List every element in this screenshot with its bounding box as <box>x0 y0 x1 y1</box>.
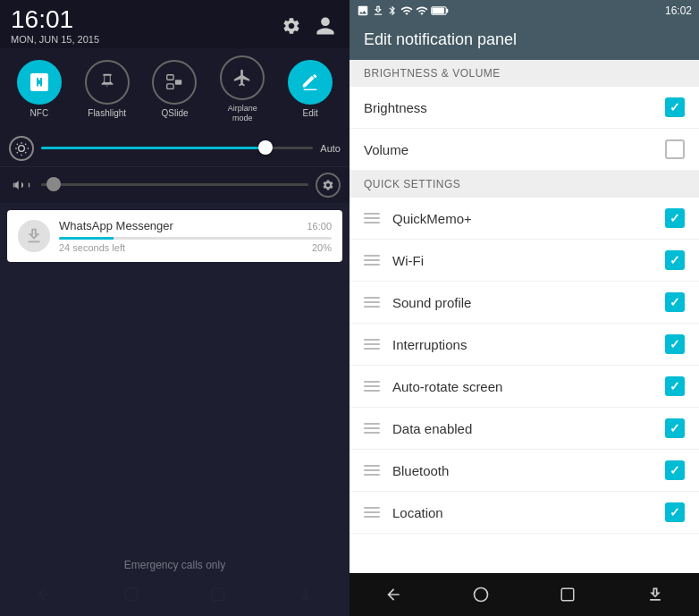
drag-handle-interruptions <box>364 339 380 350</box>
panel-header: Edit notification panel <box>350 21 699 60</box>
edit-label: Edit <box>302 108 317 119</box>
nfc-label: NFC <box>30 108 49 119</box>
location-label: Location <box>392 505 665 520</box>
settings-item-bluetooth[interactable]: Bluetooth ✓ <box>350 450 699 492</box>
svg-rect-5 <box>29 182 29 187</box>
whatsapp-icon <box>18 220 50 252</box>
svg-rect-0 <box>167 75 173 80</box>
sun-icon <box>14 141 29 156</box>
checkmark-icon: ✓ <box>670 379 680 393</box>
drag-handle-auto-rotate <box>364 381 380 392</box>
notif-subtitle-text: 24 seconds left <box>59 242 125 253</box>
volume-thumb[interactable] <box>46 177 61 191</box>
settings-item-auto-rotate[interactable]: Auto-rotate screen ✓ <box>350 366 699 408</box>
svg-rect-9 <box>446 9 448 13</box>
brightness-thumb[interactable] <box>258 140 273 155</box>
volume-settings-button[interactable] <box>316 173 341 198</box>
left-panel: 16:01 MON, JUN 15, 2015 <box>0 0 350 616</box>
settings-item-location[interactable]: Location ✓ <box>350 492 699 534</box>
settings-item-wifi[interactable]: Wi-Fi ✓ <box>350 240 699 282</box>
volume-row <box>0 166 350 203</box>
volume-label: Volume <box>364 142 665 157</box>
qslide-icon <box>164 72 184 92</box>
edit-icon <box>300 72 320 92</box>
svg-rect-10 <box>432 7 444 13</box>
notif-progress-bar <box>59 237 332 240</box>
home-icon-right <box>472 586 490 603</box>
brightness-slider[interactable] <box>41 147 313 149</box>
auto-rotate-label: Auto-rotate screen <box>392 379 665 394</box>
settings-list: BRIGHTNESS & VOLUME Brightness ✓ Volume … <box>350 60 699 573</box>
quick-toggles: NFC Flashlight <box>0 48 350 131</box>
settings-item-brightness[interactable]: Brightness ✓ <box>350 87 699 129</box>
drag-handle-wifi <box>364 255 380 266</box>
airplane-label: Airplanemode <box>228 104 257 123</box>
data-enabled-label: Data enabled <box>392 421 665 436</box>
qslide-circle <box>152 60 197 105</box>
location-checkbox[interactable]: ✓ <box>665 502 685 522</box>
notification-shade: 16:01 MON, JUN 15, 2015 <box>0 0 350 616</box>
data-enabled-checkbox[interactable]: ✓ <box>665 418 685 438</box>
airplane-circle <box>220 55 265 100</box>
auto-label: Auto <box>320 143 341 154</box>
sound-profile-checkbox[interactable]: ✓ <box>665 292 685 312</box>
settings-item-volume[interactable]: Volume <box>350 129 699 171</box>
toggle-edit[interactable]: Edit <box>278 60 342 119</box>
download-button-right[interactable] <box>637 577 673 612</box>
notification-content: WhatsApp Messenger 16:00 24 seconds left… <box>59 219 332 253</box>
checkmark-icon: ✓ <box>670 295 680 309</box>
brightness-fill <box>41 147 265 149</box>
svg-rect-1 <box>175 80 181 85</box>
brightness-icon <box>9 136 34 161</box>
svg-point-11 <box>474 588 487 602</box>
settings-item-interruptions[interactable]: Interruptions ✓ <box>350 324 699 366</box>
download-nav-icon <box>646 586 664 603</box>
toggle-qslide[interactable]: QSlide <box>143 60 207 119</box>
toggle-nfc[interactable]: NFC <box>7 60 72 119</box>
wifi-checkbox[interactable]: ✓ <box>665 250 685 270</box>
toggle-airplane[interactable]: Airplanemode <box>210 55 274 123</box>
auto-rotate-checkbox[interactable]: ✓ <box>665 376 685 396</box>
back-button-right[interactable] <box>375 577 411 612</box>
volume-checkbox[interactable] <box>665 139 685 159</box>
brightness-row: Auto <box>0 131 350 166</box>
svg-rect-4 <box>13 182 14 187</box>
right-panel: 16:02 Edit notification panel BRIGHTNESS… <box>350 0 699 616</box>
checkmark-icon: ✓ <box>670 253 680 267</box>
nav-bar-right <box>350 573 699 616</box>
edit-circle <box>288 60 333 105</box>
volume-slider[interactable] <box>41 183 308 186</box>
quickmemo-label: QuickMemo+ <box>392 211 665 226</box>
toggle-flashlight[interactable]: Flashlight <box>75 60 139 119</box>
time-block: 16:01 MON, JUN 15, 2015 <box>11 7 99 45</box>
download-icon <box>24 226 44 246</box>
nfc-circle <box>17 60 62 105</box>
section-quick-settings: QUICK SETTINGS <box>350 171 699 198</box>
checkmark-icon: ✓ <box>670 100 680 114</box>
status-icons-left <box>278 13 339 39</box>
settings-item-data-enabled[interactable]: Data enabled ✓ <box>350 408 699 450</box>
bluetooth-checkbox[interactable]: ✓ <box>665 460 685 480</box>
quickmemo-checkbox[interactable]: ✓ <box>665 208 685 228</box>
drag-handle-data <box>364 423 380 434</box>
notif-progress-text: 20% <box>312 242 332 253</box>
settings-icon-button[interactable] <box>278 13 305 39</box>
settings-item-quickmemo[interactable]: QuickMemo+ ✓ <box>350 198 699 240</box>
notif-progress-fill <box>59 237 114 240</box>
brightness-checkbox[interactable]: ✓ <box>665 97 685 117</box>
settings-item-sound-profile[interactable]: Sound profile ✓ <box>350 282 699 324</box>
notification-card[interactable]: WhatsApp Messenger 16:00 24 seconds left… <box>7 210 342 262</box>
notif-time: 16:00 <box>307 221 332 232</box>
clock-time: 16:01 <box>11 7 99 32</box>
checkmark-icon: ✓ <box>670 211 680 225</box>
drag-handle-bluetooth <box>364 465 380 476</box>
settings-small-icon <box>322 179 334 191</box>
home-button-right[interactable] <box>463 577 499 612</box>
account-icon-button[interactable] <box>312 13 339 39</box>
flashlight-label: Flashlight <box>88 108 126 119</box>
interruptions-checkbox[interactable]: ✓ <box>665 334 685 354</box>
bluetooth-status-icon <box>387 4 398 17</box>
gear-icon <box>282 16 301 36</box>
recent-button-right[interactable] <box>550 577 585 612</box>
svg-rect-12 <box>562 588 575 601</box>
